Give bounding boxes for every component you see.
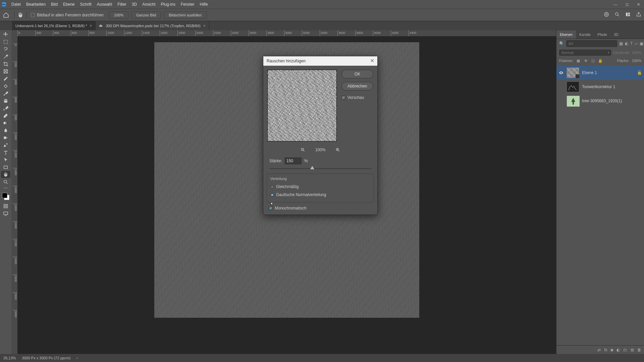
layer-row[interactable]: tree-3095683_1920(1) <box>556 94 644 108</box>
horizontal-ruler[interactable]: 0200400600800100012001400160018002000220… <box>17 30 556 36</box>
amount-slider[interactable] <box>269 166 371 172</box>
new-group-icon[interactable]: 🗀 <box>623 348 627 352</box>
visibility-toggle[interactable] <box>558 98 564 104</box>
close-icon[interactable]: × <box>90 23 92 28</box>
menu-datei[interactable]: Datei <box>9 1 23 8</box>
screen-mode-icon[interactable] <box>1 210 10 217</box>
status-docinfo[interactable]: 3000 Px x 3000 Px (72 ppcm) <box>22 356 70 360</box>
crop-tool[interactable] <box>1 60 10 67</box>
layer-lock-icon[interactable]: 🔓 <box>637 70 642 75</box>
opacity-value[interactable]: 100% <box>632 51 641 55</box>
gaussian-radio[interactable]: Gaußsche Normalverteilung <box>270 191 370 199</box>
dialog-close-button[interactable]: ✕ <box>369 58 375 64</box>
fill-screen-button[interactable]: Bildschirm ausfüllen <box>164 11 207 19</box>
monochromatic-checkbox[interactable]: ✓ Monochromatisch <box>263 206 377 215</box>
dialog-titlebar[interactable]: Rauschen hinzufügen ✕ <box>263 56 377 66</box>
blend-mode-select[interactable]: Normal ▾ <box>559 50 611 56</box>
blur-tool[interactable] <box>1 127 10 134</box>
adjustment-layer-icon[interactable]: ◐ <box>616 348 620 352</box>
lock-pixels-icon[interactable]: ▩ <box>576 58 581 63</box>
menu-fenster[interactable]: Fenster <box>178 1 197 8</box>
window-minimize[interactable]: — <box>610 0 621 9</box>
clone-stamp-tool[interactable] <box>1 97 10 104</box>
ok-button[interactable]: OK <box>341 70 373 78</box>
filter-adjust-icon[interactable]: ◐ <box>625 41 628 46</box>
doc-tab-inactive[interactable]: 300 DPI Wassertropfen.psdc bei 117% (Tro… <box>96 21 209 30</box>
preview-checkbox[interactable]: ✓ Vorschau <box>341 94 373 100</box>
hand-tool[interactable] <box>1 171 10 178</box>
visibility-toggle[interactable] <box>558 70 564 75</box>
layer-row[interactable]: Tonwertkorrektur 1 <box>556 80 644 94</box>
share-icon[interactable] <box>636 12 641 18</box>
lock-position-icon[interactable]: ✜ <box>583 58 588 63</box>
uniform-radio[interactable]: Gleichmäßig <box>270 183 370 191</box>
type-tool[interactable] <box>1 149 10 156</box>
layer-row[interactable]: Ebene 1 🔓 <box>556 66 644 80</box>
history-brush-tool[interactable] <box>1 105 10 112</box>
workspace-icon[interactable] <box>625 12 631 18</box>
zoom-in-icon[interactable] <box>335 147 341 153</box>
menu-bearbeiten[interactable]: Bearbeiten <box>23 1 48 8</box>
cancel-button[interactable]: Abbrechen <box>341 82 373 90</box>
menu-plugins[interactable]: Plug-ins <box>158 1 178 8</box>
zoom-out-icon[interactable] <box>300 147 306 153</box>
menu-schrift[interactable]: Schrift <box>77 1 94 8</box>
slider-handle[interactable] <box>310 166 314 169</box>
menu-3d[interactable]: 3D <box>129 1 140 8</box>
status-arrow-icon[interactable]: › <box>76 356 78 360</box>
menu-auswahl[interactable]: Auswahl <box>94 1 115 8</box>
frame-tool[interactable] <box>1 68 10 75</box>
tab-kanaele[interactable]: Kanäle <box>576 31 594 39</box>
move-tool[interactable] <box>1 31 10 38</box>
filter-pixel-icon[interactable]: ▦ <box>619 41 623 46</box>
lock-artboard-icon[interactable]: ◫ <box>591 58 595 63</box>
status-zoom[interactable]: 26,13% <box>3 356 16 360</box>
new-layer-icon[interactable]: ⊞ <box>631 348 634 352</box>
brush-tool[interactable] <box>1 90 10 97</box>
menu-hilfe[interactable]: Hilfe <box>197 1 211 8</box>
hand-tool-icon[interactable] <box>16 10 25 20</box>
close-icon[interactable]: × <box>203 23 206 28</box>
color-swatches[interactable] <box>2 193 9 200</box>
zoom-100-button[interactable]: 100% <box>109 11 128 19</box>
quick-mask-icon[interactable] <box>1 202 10 209</box>
lock-all-icon[interactable]: 🔒 <box>598 58 603 63</box>
eraser-tool[interactable] <box>1 112 10 119</box>
layer-name[interactable]: tree-3095683_1920(1) <box>582 99 622 103</box>
layer-name[interactable]: Tonwertkorrektur 1 <box>582 84 615 89</box>
menu-ebene[interactable]: Ebene <box>60 1 77 8</box>
foreground-color-swatch[interactable] <box>2 193 7 198</box>
delete-layer-icon[interactable]: 🗑 <box>637 348 641 352</box>
eyedropper-tool[interactable] <box>1 75 10 82</box>
link-layers-icon[interactable]: ⇄ <box>597 348 601 352</box>
doc-tab-active[interactable]: Unbenannt-1 bei 26,1% (Ebene 1, RGB/8) *… <box>12 21 96 30</box>
magic-wand-tool[interactable] <box>1 53 10 60</box>
visibility-toggle[interactable] <box>558 84 564 89</box>
tab-3d[interactable]: 3D <box>610 31 622 39</box>
cloud-docs-icon[interactable] <box>604 12 609 18</box>
filter-smart-icon[interactable]: ▣ <box>640 41 643 46</box>
scroll-all-windows-checkbox[interactable]: Bildlauf in allen Fenstern durchführen <box>28 13 106 17</box>
window-restore[interactable]: ◻ <box>621 0 633 9</box>
home-icon[interactable] <box>1 10 11 20</box>
marquee-tool[interactable] <box>1 38 10 45</box>
gradient-tool[interactable] <box>1 119 10 126</box>
menu-filter[interactable]: Filter <box>115 1 129 8</box>
menu-bild[interactable]: Bild <box>48 1 60 8</box>
dialog-preview[interactable] <box>267 70 337 141</box>
menu-ansicht[interactable]: Ansicht <box>140 1 158 8</box>
window-close[interactable]: ✕ <box>633 0 644 9</box>
layer-thumbnail[interactable] <box>567 67 579 78</box>
dodge-tool[interactable] <box>1 134 10 141</box>
layer-name[interactable]: Ebene 1 <box>582 70 597 75</box>
fit-all-button[interactable]: Ganzes Bild <box>131 11 161 19</box>
layer-thumbnail[interactable] <box>567 81 579 92</box>
layer-style-icon[interactable]: fx <box>604 348 607 352</box>
search-icon[interactable] <box>614 12 620 18</box>
rectangle-tool[interactable] <box>1 164 10 171</box>
pen-tool[interactable] <box>1 141 10 148</box>
fill-value[interactable]: 100% <box>632 59 641 63</box>
lasso-tool[interactable] <box>1 46 10 53</box>
amount-input[interactable] <box>285 158 302 164</box>
zoom-tool[interactable] <box>1 178 10 185</box>
